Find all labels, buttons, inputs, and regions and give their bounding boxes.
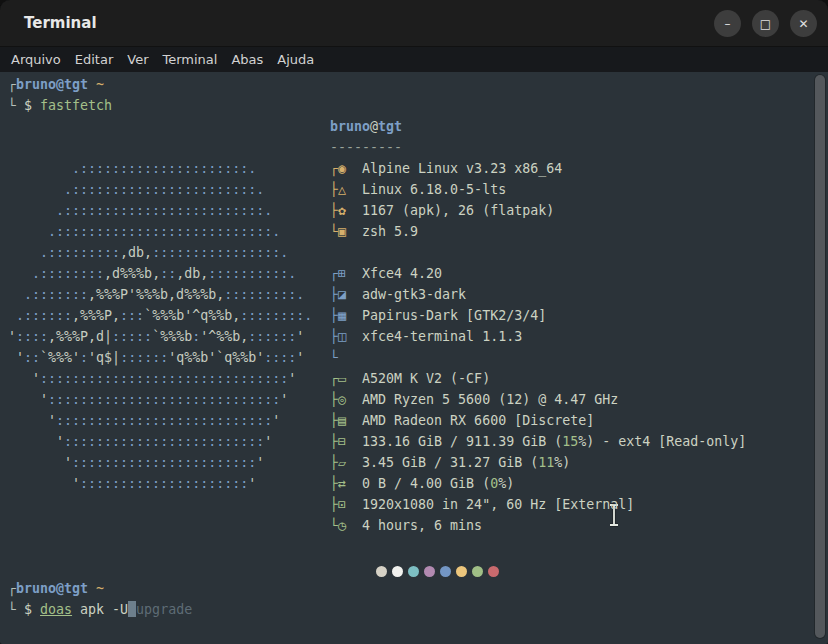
ascii-art-line: ':::::::::::::::::::::::' [8, 452, 264, 473]
menu-item-ajuda[interactable]: Ajuda [270, 52, 321, 67]
window-buttons: – □ ✕ [714, 10, 817, 37]
terminal-screen[interactable]: ┌bruno@tgt ~└ $ fastfetchbruno@tgt------… [0, 72, 828, 644]
titlebar[interactable]: Terminal – □ ✕ [0, 0, 828, 47]
text-cursor [128, 601, 136, 617]
bracket-glyph: ├ [330, 182, 338, 197]
fastfetch-info-line: ├◪ adw-gtk3-dark [330, 284, 466, 305]
bracket-glyph: ├ [330, 497, 338, 512]
prompt-line: ┌bruno@tgt ~ [8, 578, 104, 599]
fastfetch-info-line: ├△ Linux 6.18.0-5-lts [330, 179, 506, 200]
bracket-glyph: ├ [330, 287, 338, 302]
ascii-art-line: ':::::::::::::::::::::::::::' [8, 410, 280, 431]
memory-icon: ▱ [338, 455, 346, 470]
palette-dot [424, 566, 435, 577]
menubar: ArquivoEditarVerTerminalAbasAjuda [0, 47, 828, 72]
ascii-art-line: .:::::::::::::::::::::::::::. [8, 221, 280, 242]
close-button[interactable]: ✕ [790, 10, 817, 37]
scrollbar-thumb[interactable] [815, 75, 825, 638]
bracket-glyph: ├ [330, 413, 338, 428]
bracket-glyph: └ [330, 518, 338, 533]
palette-dot [408, 566, 419, 577]
bracket-glyph: ┌ [330, 161, 338, 176]
bracket-glyph: ├ [330, 203, 338, 218]
maximize-button[interactable]: □ [752, 10, 779, 37]
fastfetch-user-host: bruno@tgt [330, 116, 402, 137]
ascii-art-line: ':::::::::::::::::::::' [8, 473, 256, 494]
menu-item-abas[interactable]: Abas [224, 52, 270, 67]
palette-dot [456, 566, 467, 577]
os-icon: ◉ [338, 161, 346, 176]
ascii-art-line: .::::::::,d%%%b,::,db,::::::::::. [8, 263, 296, 284]
bracket-glyph: ┌ [330, 266, 338, 281]
fastfetch-info-line: └▣ zsh 5.9 [330, 221, 418, 242]
prompt-line: └ $ doas apk -Uupgrade [8, 599, 192, 620]
packages-icon: ✿ [338, 203, 346, 218]
close-icon: ✕ [798, 18, 808, 30]
bracket-glyph: ├ [330, 392, 338, 407]
fastfetch-info-line: ├⊡ 1920x1080 in 24", 60 Hz [External] [330, 494, 634, 515]
wm-theme-icon: ◪ [338, 287, 346, 302]
palette-dot [392, 566, 403, 577]
palette-dot [488, 566, 499, 577]
shell-icon: ▣ [338, 224, 346, 239]
fastfetch-info-line: ├⊟ 133.16 GiB / 911.39 GiB (15%) - ext4 … [330, 431, 746, 452]
color-palette [376, 562, 504, 583]
fastfetch-separator: --------- [330, 137, 402, 158]
fastfetch-info-line: ├▦ Papirus-Dark [GTK2/3/4] [330, 305, 546, 326]
fastfetch-info-line: ┌▭ A520M K V2 (-CF) [330, 368, 490, 389]
ascii-art-line: .:::::::::,db,::::::::::::::::. [8, 242, 288, 263]
palette-dot [376, 566, 387, 577]
bracket-glyph: ┌ [330, 371, 338, 386]
fastfetch-info-line: ├▤ AMD Radeon RX 6600 [Discrete] [330, 410, 594, 431]
window-title: Terminal [24, 14, 97, 32]
fastfetch-info-line: ├◎ AMD Ryzen 5 5600 (12) @ 4.47 GHz [330, 389, 618, 410]
ascii-art-line: .::::::,%%%P,:::`%%%b'^q%%b,::::::::. [8, 305, 312, 326]
terminal-icon: ◫ [338, 329, 346, 344]
prompt-line: └ $ fastfetch [8, 95, 112, 116]
wm-icon: ⊞ [338, 266, 346, 281]
motherboard-icon: ▭ [338, 371, 346, 386]
ascii-art-line: '::::,%%%P,d|:::::`%%%b:'^%%b,::::::' [8, 326, 304, 347]
fastfetch-info-line: ├✿ 1167 (apk), 26 (flatpak) [330, 200, 554, 221]
maximize-icon: □ [760, 18, 771, 30]
display-icon: ⊡ [338, 497, 346, 512]
gpu-icon: ▤ [338, 413, 346, 428]
fastfetch-info-line: ┌◉ Alpine Linux v3.23 x86_64 [330, 158, 562, 179]
ascii-art-line: .:::::::,%%%P'%%%b,d%%%b,:::::::::. [8, 284, 304, 305]
fastfetch-info-line: ├⇄ 0 B / 4.00 GiB (0%) [330, 473, 514, 494]
ascii-art-line: ':::::::::::::::::::::::::' [8, 431, 272, 452]
kernel-icon: △ [338, 182, 346, 197]
palette-dot [472, 566, 483, 577]
swap-icon: ⇄ [338, 476, 346, 491]
ascii-art-line: ':::::::::::::::::::::::::::::' [8, 389, 288, 410]
ascii-art-line: .:::::::::::::::::::::. [8, 158, 256, 179]
icon-theme-icon: ▦ [338, 308, 346, 323]
prompt-line: ┌bruno@tgt ~ [8, 74, 104, 95]
cpu-icon: ◎ [338, 392, 346, 407]
menu-item-terminal[interactable]: Terminal [156, 52, 225, 67]
ascii-art-line: ':::::::::::::::::::::::::::::::' [8, 368, 296, 389]
fastfetch-bracket-tail: └ [330, 347, 338, 368]
bracket-glyph: ├ [330, 455, 338, 470]
ascii-art-line: .:::::::::::::::::::::::::. [8, 200, 272, 221]
terminal-window: Terminal – □ ✕ ArquivoEditarVerTerminalA… [0, 0, 828, 644]
bracket-glyph: ├ [330, 308, 338, 323]
ascii-art-line: '::`%%%':'q$|::::::'q%%b'`q%%b'::::' [8, 347, 304, 368]
uptime-icon: ◷ [338, 518, 346, 533]
bracket-glyph: └ [330, 224, 338, 239]
fastfetch-info-line: ├▱ 3.45 GiB / 31.27 GiB (11%) [330, 452, 570, 473]
scrollbar[interactable] [814, 74, 826, 639]
bracket-glyph: ├ [330, 329, 338, 344]
bracket-glyph: ├ [330, 434, 338, 449]
minimize-icon: – [725, 18, 731, 30]
menu-item-editar[interactable]: Editar [68, 52, 121, 67]
fastfetch-info-line: ├◫ xfce4-terminal 1.1.3 [330, 326, 522, 347]
fastfetch-info-line: └◷ 4 hours, 6 mins [330, 515, 482, 536]
ascii-art-line: .:::::::::::::::::::::::. [8, 179, 264, 200]
disk-icon: ⊟ [338, 434, 346, 449]
menu-item-arquivo[interactable]: Arquivo [4, 52, 68, 67]
palette-dot [440, 566, 451, 577]
minimize-button[interactable]: – [714, 10, 741, 37]
bracket-glyph: ├ [330, 476, 338, 491]
menu-item-ver[interactable]: Ver [120, 52, 155, 67]
